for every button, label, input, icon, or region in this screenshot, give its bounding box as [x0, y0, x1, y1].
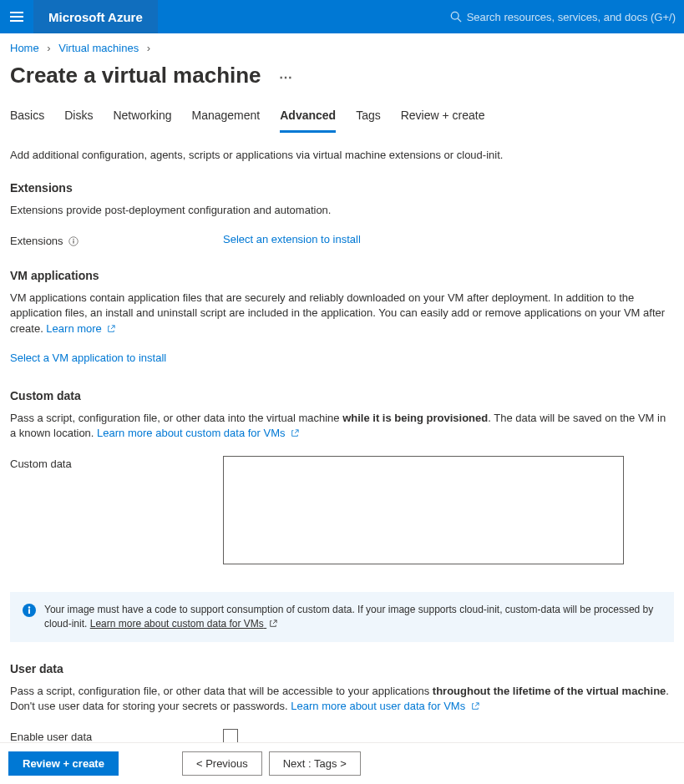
- more-actions-icon[interactable]: ⋯: [279, 70, 292, 84]
- user-data-learn-more-link[interactable]: Learn more about user data for VMs: [291, 700, 479, 712]
- tab-content: Add additional configuration, agents, sc…: [0, 134, 684, 784]
- external-link-icon: [291, 429, 299, 438]
- tab-management[interactable]: Management: [192, 104, 261, 133]
- svg-line-1: [458, 18, 461, 22]
- breadcrumb: Home › Virtual machines ›: [0, 33, 684, 59]
- tab-review-create[interactable]: Review + create: [401, 104, 485, 133]
- review-create-button[interactable]: Review + create: [8, 751, 119, 776]
- svg-point-0: [451, 12, 459, 19]
- menu-toggle[interactable]: [0, 0, 33, 33]
- page-title: Create a virtual machine ⋯: [0, 59, 684, 97]
- intro-text: Add additional configuration, agents, sc…: [10, 149, 674, 161]
- svg-rect-4: [73, 240, 73, 244]
- info-icon: [23, 604, 36, 631]
- custom-data-info-box: Your image must have a code to support c…: [10, 592, 674, 642]
- extensions-field-label: Extensions: [10, 233, 223, 247]
- svg-point-3: [73, 238, 74, 240]
- custom-data-field-label: Custom data: [10, 456, 223, 470]
- enable-user-data-label: Enable user data: [10, 729, 223, 743]
- vm-apps-description: VM applications contain application file…: [10, 291, 674, 336]
- hamburger-icon: [10, 10, 23, 23]
- next-button[interactable]: Next : Tags >: [269, 751, 361, 776]
- extensions-heading: Extensions: [10, 181, 674, 195]
- user-data-description: Pass a script, configuration file, or ot…: [10, 684, 674, 714]
- chevron-right-icon: ›: [147, 42, 150, 54]
- vm-apps-heading: VM applications: [10, 269, 674, 282]
- previous-button[interactable]: < Previous: [182, 751, 262, 776]
- wizard-tabs: Basics Disks Networking Management Advan…: [0, 97, 684, 134]
- breadcrumb-home[interactable]: Home: [10, 42, 39, 54]
- tab-tags[interactable]: Tags: [356, 104, 381, 133]
- extensions-description: Extensions provide post-deployment confi…: [10, 203, 674, 218]
- global-search[interactable]: Search resources, services, and docs (G+…: [442, 0, 684, 33]
- external-link-icon: [471, 702, 479, 711]
- tab-advanced[interactable]: Advanced: [280, 104, 336, 133]
- wizard-footer: Review + create < Previous Next : Tags >: [0, 742, 684, 784]
- breadcrumb-virtual-machines[interactable]: Virtual machines: [58, 42, 139, 54]
- external-link-icon: [107, 325, 115, 333]
- tab-networking[interactable]: Networking: [113, 104, 171, 133]
- brand-label: Microsoft Azure: [33, 0, 158, 33]
- search-placeholder: Search resources, services, and docs (G+…: [467, 11, 676, 23]
- info-box-learn-more-link[interactable]: Learn more about custom data for VMs: [90, 618, 277, 630]
- select-extension-link[interactable]: Select an extension to install: [223, 233, 361, 245]
- select-vm-app-link[interactable]: Select a VM application to install: [10, 352, 166, 364]
- custom-data-description: Pass a script, configuration file, or ot…: [10, 411, 674, 441]
- chevron-right-icon: ›: [47, 42, 50, 54]
- custom-data-learn-more-link[interactable]: Learn more about custom data for VMs: [97, 427, 299, 439]
- tab-disks[interactable]: Disks: [64, 104, 93, 133]
- top-header: Microsoft Azure Search resources, servic…: [0, 0, 684, 33]
- tab-basics[interactable]: Basics: [10, 104, 44, 133]
- search-icon: [450, 11, 462, 23]
- vm-apps-learn-more-link[interactable]: Learn more: [46, 322, 115, 335]
- custom-data-heading: Custom data: [10, 389, 674, 402]
- user-data-heading: User data: [10, 662, 674, 675]
- external-link-icon: [269, 620, 277, 628]
- custom-data-textarea[interactable]: [223, 456, 624, 564]
- info-icon[interactable]: [68, 236, 79, 246]
- svg-point-6: [28, 606, 30, 608]
- svg-rect-7: [28, 609, 30, 615]
